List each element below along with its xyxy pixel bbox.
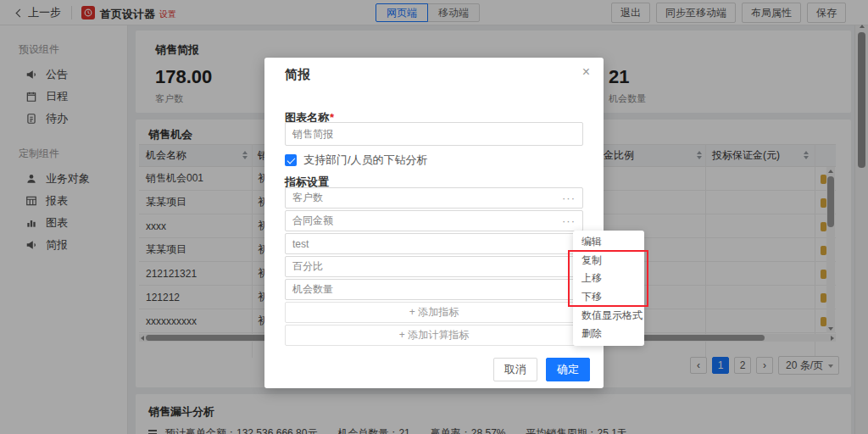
metric-value: 合同金额 — [292, 214, 333, 228]
add-metric-button[interactable]: + 添加指标 — [285, 302, 583, 323]
metric-input-opportunity-count[interactable]: 机会数量 — [285, 279, 583, 300]
metric-value: 机会数量 — [292, 282, 333, 297]
metric-value: 客户数 — [292, 191, 323, 205]
menu-item-copy[interactable]: 复制 — [573, 252, 644, 270]
checkbox-label: 支持部门/人员的下钻分析 — [303, 153, 428, 168]
metric-input-contract-amount[interactable]: 合同金额 ··· — [285, 210, 583, 231]
metric-input-test[interactable]: test — [285, 233, 583, 254]
cancel-button[interactable]: 取消 — [493, 358, 537, 381]
modal-footer: 取消 确定 — [264, 358, 604, 381]
chart-name-input[interactable]: 销售简报 — [285, 122, 583, 146]
metric-input-percentage[interactable]: 百分比 — [285, 256, 583, 277]
homepage-designer-screen: 上一步 首页设计器 设置 网页端 移动端 退出 同步至移动端 布局属性 保存 预… — [0, 0, 868, 434]
menu-item-delete[interactable]: 删除 — [573, 325, 644, 343]
menu-item-number-format[interactable]: 数值显示格式 — [573, 306, 644, 325]
checkbox-checked-icon[interactable] — [285, 154, 297, 166]
close-icon[interactable]: × — [582, 65, 590, 79]
add-calc-metric-button[interactable]: + 添加计算指标 — [285, 325, 583, 346]
menu-item-move-up[interactable]: 上移 — [573, 270, 644, 288]
drill-down-checkbox[interactable]: 支持部门/人员的下钻分析 — [285, 153, 428, 168]
metric-value: 百分比 — [292, 259, 323, 274]
briefing-modal: 简报 × 图表名称* 销售简报 支持部门/人员的下钻分析 指标设置 客户数 ··… — [264, 58, 604, 388]
menu-item-edit[interactable]: 编辑 — [573, 233, 644, 252]
chart-name-value: 销售简报 — [292, 127, 333, 142]
metric-input-customer-count[interactable]: 客户数 ··· — [285, 187, 583, 209]
metric-context-menu: 编辑 复制 上移 下移 数值显示格式 删除 — [573, 231, 644, 346]
more-actions-icon[interactable]: ··· — [562, 188, 576, 208]
menu-item-move-down[interactable]: 下移 — [573, 288, 644, 307]
metric-value: test — [292, 238, 309, 250]
confirm-button[interactable]: 确定 — [546, 358, 590, 381]
modal-title: 简报 — [285, 67, 310, 83]
more-actions-icon[interactable]: ··· — [562, 211, 576, 231]
